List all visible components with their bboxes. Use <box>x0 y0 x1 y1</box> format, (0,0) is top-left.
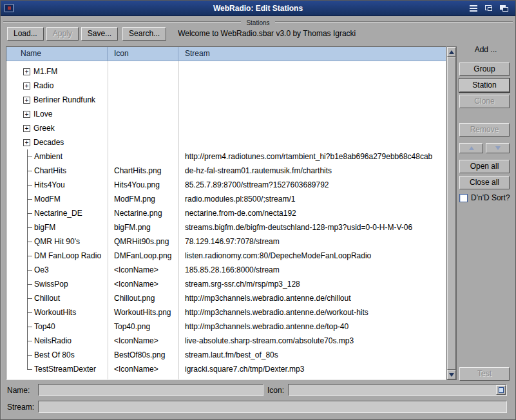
row-name-cell: bigFM <box>6 220 108 234</box>
station-row[interactable]: DM FanLoop RadioDMFanLoop.pnglisten.radi… <box>6 249 446 263</box>
window-title: WebRadio: Edit Stations <box>1 1 515 16</box>
move-down-button[interactable] <box>486 143 510 153</box>
add-station-button[interactable]: Station <box>459 79 510 92</box>
station-name: Greek <box>33 121 55 135</box>
station-row[interactable]: WorkoutHitsWorkoutHits.pnghttp://mp3chan… <box>6 305 446 320</box>
station-icon-name <box>108 121 178 135</box>
tree-branch-icon <box>23 234 32 249</box>
station-stream-url: radio.modules.pl:8500/;stream/1 <box>178 192 446 206</box>
scroll-down-icon[interactable] <box>447 370 456 379</box>
file-popup-icon <box>499 387 504 393</box>
move-up-button[interactable] <box>459 143 483 153</box>
scroll-up-icon[interactable] <box>447 47 456 57</box>
station-icon-name: QMRHit90s.png <box>108 234 178 249</box>
station-icon-name: Hits4You.png <box>108 178 178 192</box>
expand-plus-icon[interactable]: + <box>23 82 30 90</box>
save-button[interactable]: Save... <box>81 27 118 41</box>
expand-plus-icon[interactable]: + <box>23 139 30 146</box>
station-row[interactable]: Ambienthttp://prem4.radiotunes.com/rtamb… <box>6 149 446 164</box>
station-row[interactable]: SwissPop<IconName>stream.srg-ssr.ch/m/rs… <box>6 277 446 291</box>
station-row[interactable]: ChilloutChillout.pnghttp://mp3channels.w… <box>6 291 446 305</box>
station-row[interactable]: ModFMModFM.pngradio.modules.pl:8500/;str… <box>6 192 446 206</box>
vertical-scrollbar[interactable] <box>446 46 457 380</box>
station-icon-name <box>108 135 178 149</box>
icon-popup-button[interactable] <box>496 385 506 395</box>
register-strip: Stations <box>1 16 515 26</box>
expand-plus-icon[interactable]: + <box>23 68 30 75</box>
expand-plus-icon[interactable]: + <box>23 125 30 132</box>
icon-input[interactable] <box>289 386 506 397</box>
station-row[interactable]: TestStreamDexter<IconName>igracki.square… <box>6 362 446 376</box>
group-row[interactable]: +Greek <box>6 121 446 135</box>
station-row[interactable]: Best Of 80sBestOf80s.pngstream.laut.fm/b… <box>6 348 446 362</box>
stream-input[interactable] <box>39 403 506 414</box>
row-name-cell: +Greek <box>6 121 108 135</box>
tree-branch-icon <box>23 291 32 305</box>
clone-button[interactable]: Clone <box>459 95 510 108</box>
name-input[interactable] <box>39 386 263 397</box>
station-icon-name <box>108 93 178 107</box>
tree-branch-icon <box>23 348 32 362</box>
expand-plus-icon[interactable]: + <box>23 111 30 118</box>
column-header-icon[interactable]: Icon <box>108 47 178 61</box>
station-row[interactable]: Oe3<IconName>185.85.28.166:8000/stream <box>6 263 446 277</box>
station-name: TestStreamDexter <box>34 362 96 376</box>
group-row[interactable]: +ILove <box>6 107 446 121</box>
station-stream-url: http://prem4.radiotunes.com/rtambient_hi… <box>178 149 446 164</box>
open-all-button[interactable]: Open all <box>459 160 510 173</box>
station-name: bigFM <box>34 220 55 234</box>
tree-branch-icon <box>23 206 32 220</box>
close-all-button[interactable]: Close all <box>459 176 510 189</box>
remove-button[interactable]: Remove <box>459 123 510 137</box>
scrollbar-thumb[interactable] <box>447 57 456 370</box>
station-row[interactable]: bigFMbigFM.pngstreams.bigfm.de/bigfm-deu… <box>6 220 446 234</box>
station-name: Hits4You <box>34 178 65 192</box>
webradio-edit-stations-window: WebRadio: Edit Stations Stations Load...… <box>0 0 516 420</box>
station-stream-url: 185.85.28.166:8000/stream <box>178 263 446 277</box>
station-stream-url: http://mp3channels.webradio.antenne.de/t… <box>178 320 446 334</box>
row-name-cell: +Berliner Rundfunk <box>6 93 108 107</box>
search-button[interactable]: Search... <box>122 27 166 41</box>
tree-branch-icon <box>23 149 32 164</box>
column-header-name[interactable]: Name <box>6 47 108 61</box>
expand-plus-icon[interactable]: + <box>23 97 30 104</box>
station-name: Best Of 80s <box>34 348 75 362</box>
group-row[interactable]: +M1.FM <box>6 64 446 79</box>
station-icon-name <box>108 79 178 93</box>
station-name: M1.FM <box>33 64 57 79</box>
station-name: ModFM <box>34 192 61 206</box>
station-row[interactable]: Hits4YouHits4You.png85.25.7.89:8700/sttr… <box>6 178 446 192</box>
menu-icon[interactable] <box>468 3 479 13</box>
up-triangle-icon <box>449 50 454 54</box>
group-row[interactable]: +Radio <box>6 79 446 93</box>
column-header-stream[interactable]: Stream <box>178 47 446 61</box>
stations-table[interactable]: Name Icon Stream +M1.FM+Radio+Berliner R… <box>6 46 446 380</box>
station-name: DM FanLoop Radio <box>34 249 101 263</box>
station-row[interactable]: QMR Hit 90'sQMRHit90s.png78.129.146.97:7… <box>6 234 446 249</box>
dnd-sort-checkbox[interactable] <box>459 194 468 202</box>
stream-field-label: Stream: <box>7 403 34 412</box>
row-name-cell: +Radio <box>6 79 108 93</box>
apply-button[interactable]: Apply <box>46 27 79 41</box>
station-icon-name: Nectarine.png <box>108 206 178 220</box>
titlebar[interactable]: WebRadio: Edit Stations <box>1 1 515 16</box>
station-stream-url <box>178 121 446 135</box>
zoom-window-icon[interactable] <box>483 3 495 13</box>
tree-branch-icon <box>23 263 32 277</box>
station-row[interactable]: Top40Top40.pnghttp://mp3channels.webradi… <box>6 320 446 334</box>
name-field-label: Name: <box>7 386 30 395</box>
station-name: Decades <box>33 135 64 149</box>
add-group-button[interactable]: Group <box>459 62 510 76</box>
test-button[interactable]: Test <box>459 367 510 381</box>
station-row[interactable]: NeilsRadio<IconName>live-absolute.sharp-… <box>6 334 446 348</box>
row-name-cell: +ILove <box>6 107 108 121</box>
depth-window-icon[interactable] <box>499 3 510 13</box>
station-row[interactable]: Nectarine_DENectarine.pngnectarine.from-… <box>6 206 446 220</box>
station-icon-name: WorkoutHits.png <box>108 305 178 320</box>
group-row[interactable]: +Decades <box>6 135 446 149</box>
load-button[interactable]: Load... <box>7 27 44 41</box>
station-icon-name: <IconName> <box>108 277 178 291</box>
group-row[interactable]: +Berliner Rundfunk <box>6 93 446 107</box>
station-row[interactable]: ChartHitsChartHits.pngde-hz-fal-stream01… <box>6 164 446 178</box>
station-icon-name: DMFanLoop.png <box>108 249 178 263</box>
